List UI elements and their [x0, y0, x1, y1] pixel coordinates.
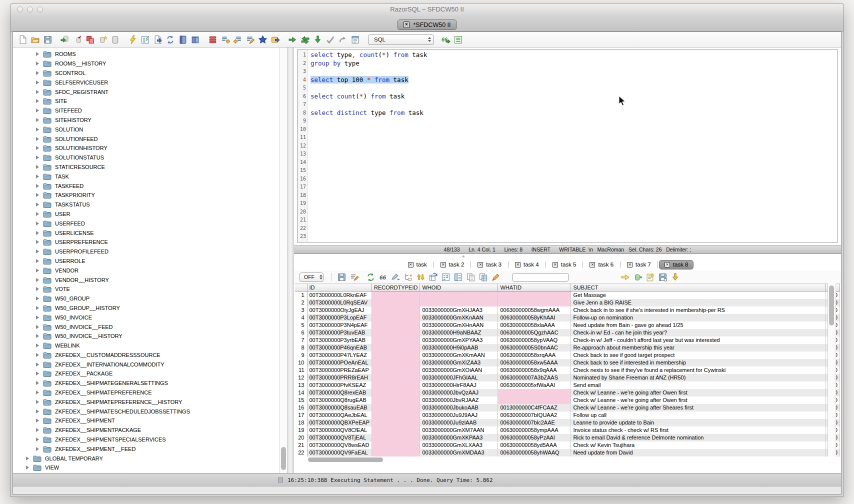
table-row[interactable]: 1800T3000000QBXPeEAP0033000000Ju9zlAAB00… [295, 419, 840, 426]
insert-node-icon[interactable] [404, 272, 413, 282]
tree-item-w50-group-history[interactable]: W50_GROUP__HISTORY [13, 304, 279, 313]
disclosure-triangle-icon[interactable] [36, 390, 39, 394]
cell-subject[interactable]: Check nexis to see if they've found a re… [571, 366, 826, 374]
disclosure-triangle-icon[interactable] [36, 202, 39, 206]
cell-num[interactable]: 18 [295, 419, 307, 426]
list-red-icon[interactable] [208, 35, 218, 44]
add-database-icon[interactable] [633, 272, 642, 282]
cell-subject[interactable]: Check w/ Kevin Tsujihara [571, 442, 826, 449]
code-line[interactable]: 1select type, count(*) from task [298, 51, 838, 60]
cell-whatid[interactable]: 006300000058wgmAAA [498, 306, 571, 314]
tree-item-staticresource[interactable]: STATICRESOURCE [13, 162, 279, 172]
disclosure-triangle-icon[interactable] [36, 231, 39, 235]
sort-filter-icon[interactable] [350, 272, 359, 282]
add-notes-icon[interactable] [646, 272, 655, 282]
statement-type-select[interactable]: SQL [368, 34, 434, 45]
cell-num[interactable]: 19 [295, 426, 307, 434]
tree-item-sfdc-registrant[interactable]: SFDC_REGISTRANT [13, 87, 279, 96]
export-database-icon[interactable] [73, 35, 82, 44]
cell-subject[interactable]: Check w/ Leanne - we're going after Owen… [571, 396, 826, 404]
close-window-icon[interactable] [17, 6, 23, 12]
close-tab-icon[interactable]: × [664, 262, 670, 268]
cell-id[interactable]: 00T3000000QBXPeEAP [307, 419, 372, 426]
tree-item-zkfedex-shipment[interactable]: ZKFEDEX__SHIPMENT [13, 416, 279, 426]
copy-icon[interactable] [86, 35, 95, 44]
cell-whatid[interactable]: 0013000000C4fFCAAZ [498, 404, 571, 412]
disclosure-triangle-icon[interactable] [36, 438, 39, 442]
cell-rtid[interactable] [372, 344, 420, 352]
tree-item-w50-invoice-history[interactable]: W50_INVOICE__HISTORY [13, 332, 279, 341]
cell-whatid[interactable]: 00630000007blc2AAE [498, 419, 571, 426]
disclosure-triangle-icon[interactable] [36, 108, 39, 112]
table-row[interactable]: 200T3000000L0RqSEAVGive Jenn a BIG RAISE… [295, 299, 840, 306]
column-header-subject[interactable]: SUBJECT [571, 284, 826, 292]
book-icon[interactable] [190, 35, 200, 44]
tree-item-zkfedex-shipmategeneralsettings[interactable]: ZKFEDEX__SHIPMATEGENERALSETTINGS [13, 378, 279, 388]
close-tab-icon[interactable]: × [403, 22, 410, 28]
edit-cell-icon[interactable] [391, 272, 400, 282]
table-row[interactable]: 1600T3000000Q8sauEAB0033000000JbukoAAB00… [295, 404, 840, 412]
column-header-whatid[interactable]: WHATID [498, 284, 571, 292]
result-tab-task-6[interactable]: ×task 6 [584, 260, 619, 270]
table-vertical-scrollbar[interactable] [828, 284, 836, 456]
result-tab-task-5[interactable]: ×task 5 [547, 260, 582, 270]
save-grid-icon[interactable] [658, 272, 668, 282]
cell-whatid[interactable]: 00630000007bIQUAA2 [498, 412, 571, 419]
tree-item-zkfedex-shipmatescheduledjobssettings[interactable]: ZKFEDEX__SHIPMATESCHEDULEDJOBSSETTINGS [13, 406, 279, 416]
disclosure-triangle-icon[interactable] [36, 90, 39, 94]
cell-whatid[interactable]: 006300000058xrqAAA [498, 352, 571, 359]
notes-icon[interactable] [350, 35, 360, 44]
code-line[interactable]: 2group by type [298, 60, 838, 68]
cell-id[interactable]: 00T3000000P47LYEAZ [307, 352, 372, 359]
code-line[interactable]: 16 [298, 175, 838, 184]
tree-item-userlicense[interactable]: USERLICENSE [13, 228, 279, 238]
cell-num[interactable]: 2 [295, 299, 307, 306]
column-header-whoid[interactable]: WHOID [420, 284, 498, 292]
cell-subject[interactable]: Get Massage [571, 292, 826, 299]
table-row[interactable]: 600T3000000P3tuvEAB0033000000H9aNBAAZ006… [295, 329, 840, 336]
tree-item-solutionhistory[interactable]: SOLUTIONHISTORY [13, 144, 279, 153]
cell-rtid[interactable] [372, 306, 420, 314]
disclosure-triangle-icon[interactable] [36, 278, 39, 282]
cell-id[interactable]: 00T3000000P3LopEAF [307, 314, 372, 322]
disclosure-triangle-icon[interactable] [36, 296, 39, 300]
table-row[interactable]: 1900T3000000QV8CfEAL0033000000GmXM7AAN00… [295, 426, 840, 434]
disclosure-triangle-icon[interactable] [36, 344, 39, 348]
code-line[interactable]: 12 [298, 142, 838, 150]
cell-rtid[interactable] [372, 336, 420, 344]
favorite-star-icon[interactable] [258, 35, 268, 44]
cell-whoid[interactable]: 0033000000GmXHnAAN [420, 322, 498, 329]
refresh-results-icon[interactable] [366, 272, 376, 282]
column-header-id[interactable]: ID [307, 284, 372, 292]
tree-item-taskfeed[interactable]: TASKFEED [13, 181, 279, 190]
close-tab-icon[interactable]: × [440, 262, 446, 268]
cell-whoid[interactable] [420, 299, 498, 306]
disclosure-triangle-icon[interactable] [36, 156, 39, 160]
cell-num[interactable]: 20 [295, 434, 307, 442]
code-line[interactable]: 3 [298, 68, 838, 76]
cell-num[interactable]: 10 [295, 359, 307, 366]
disclosure-triangle-icon[interactable] [36, 165, 39, 169]
cell-whoid[interactable]: 0033000000H9i0pAAB [420, 344, 498, 352]
tree-item-zkfedex-shipmentspecialservices[interactable]: ZKFEDEX__SHIPMENTSPECIALSERVICES [13, 435, 279, 444]
cell-num[interactable]: 21 [295, 442, 307, 449]
tree-item-zkfedex-shipment-feed[interactable]: ZKFEDEX__SHIPMENT__FEED [13, 444, 279, 454]
cell-num[interactable]: 17 [295, 412, 307, 419]
cell-id[interactable]: 00T3000000P3yrbEAB [307, 336, 372, 344]
cell-rtid[interactable] [372, 396, 420, 404]
column-header-recordtypeid[interactable]: RECORDTYPEID [372, 284, 420, 292]
tree-item-task[interactable]: TASK [13, 172, 279, 181]
code-line[interactable]: 14 [298, 158, 838, 167]
cell-whatid[interactable] [498, 292, 571, 299]
splitter-grip[interactable] [294, 254, 841, 258]
tree-item-zkfedex-shipmatepreference[interactable]: ZKFEDEX__SHIPMATEPREFERENCE [13, 388, 279, 398]
cell-whatid[interactable]: 006300000058xlaAAA [498, 322, 571, 329]
cell-num[interactable]: 7 [295, 336, 307, 344]
table-vertical-scrollbar-thumb[interactable] [829, 286, 834, 326]
result-tab-task-4[interactable]: ×task 4 [510, 260, 544, 270]
results-search-input[interactable] [512, 273, 568, 282]
cell-subject[interactable]: Give Jenn a BIG RAISE [571, 299, 826, 306]
redo-icon[interactable] [338, 35, 348, 44]
cell-subject[interactable]: Need update from Bain - gave go ahead 1/… [571, 322, 826, 329]
disclosure-triangle-icon[interactable] [36, 268, 39, 272]
